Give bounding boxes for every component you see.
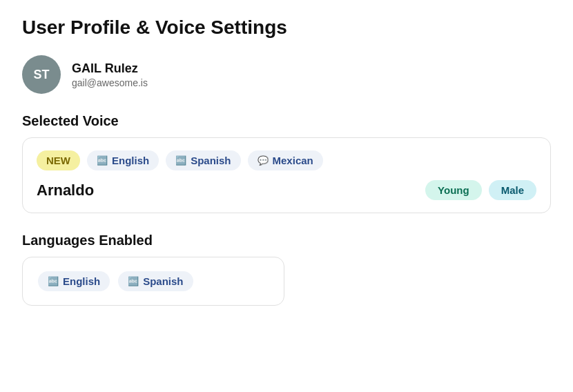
tag-english-label: English [112,155,149,166]
lang-tag-english[interactable]: 🔤 English [38,271,110,291]
voice-bottom-row: Arnaldo Young Male [37,180,536,200]
languages-enabled-card: 🔤 English 🔤 Spanish [22,257,284,306]
voice-name: Arnaldo [37,182,94,199]
lang-icon-spanish-2: 🔤 [128,276,139,286]
voice-attributes: Young Male [425,180,536,200]
attr-young-badge[interactable]: Young [425,180,482,200]
selected-voice-section-title: Selected Voice [22,113,551,129]
tag-spanish[interactable]: 🔤 Spanish [166,150,240,170]
tag-mexican-label: Mexican [273,155,313,166]
tag-mexican[interactable]: 💬 Mexican [248,150,323,170]
voice-tags: NEW 🔤 English 🔤 Spanish 💬 Mexican [37,150,536,170]
avatar: ST [22,55,61,94]
user-info: GAIL Rulez gail@awesome.is [72,61,148,88]
page-title: User Profile & Voice Settings [22,17,551,39]
lang-icon-english: 🔤 [97,155,108,166]
lang-tag-spanish[interactable]: 🔤 Spanish [118,271,193,291]
selected-voice-card: NEW 🔤 English 🔤 Spanish 💬 Mexican Arnald… [22,137,551,213]
languages-enabled-section-title: Languages Enabled [22,233,551,248]
lang-tag-spanish-label: Spanish [143,275,183,287]
language-tags: 🔤 English 🔤 Spanish [38,271,269,291]
lang-tag-english-label: English [63,275,100,287]
lang-icon-spanish: 🔤 [175,155,186,166]
attr-male-badge[interactable]: Male [489,180,536,200]
user-name: GAIL Rulez [72,61,148,76]
user-email: gail@awesome.is [72,77,148,88]
tag-english[interactable]: 🔤 English [87,150,159,170]
tag-spanish-label: Spanish [191,155,231,166]
mexican-icon: 💬 [258,155,269,166]
user-profile: ST GAIL Rulez gail@awesome.is [22,55,551,94]
tag-new[interactable]: NEW [37,150,80,170]
lang-icon-english-2: 🔤 [48,276,59,286]
